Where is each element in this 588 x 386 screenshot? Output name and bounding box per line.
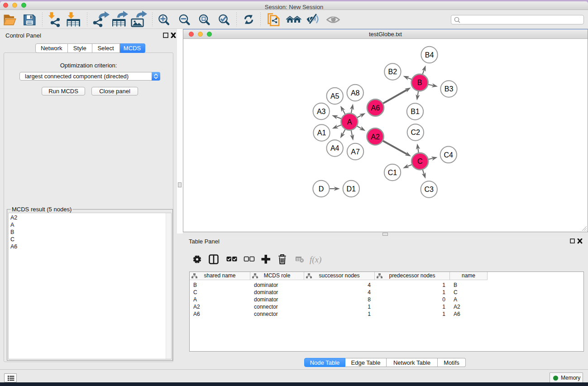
svg-text:A1: A1 bbox=[317, 129, 326, 137]
svg-text:A2: A2 bbox=[371, 133, 380, 141]
svg-text:A4: A4 bbox=[330, 144, 339, 152]
svg-text:A5: A5 bbox=[330, 92, 339, 100]
svg-text:C: C bbox=[417, 157, 423, 165]
svg-text:B3: B3 bbox=[445, 85, 454, 93]
svg-text:A3: A3 bbox=[317, 108, 326, 115]
svg-text:C4: C4 bbox=[444, 151, 454, 159]
svg-text:C1: C1 bbox=[388, 169, 397, 176]
svg-text:B2: B2 bbox=[388, 68, 397, 76]
svg-text:B4: B4 bbox=[425, 51, 434, 59]
svg-text:C3: C3 bbox=[424, 186, 434, 193]
svg-text:A8: A8 bbox=[351, 89, 360, 97]
svg-text:A7: A7 bbox=[351, 148, 360, 156]
svg-text:D1: D1 bbox=[347, 185, 356, 193]
svg-text:B1: B1 bbox=[411, 108, 420, 115]
svg-text:D: D bbox=[319, 185, 324, 193]
svg-text:A: A bbox=[347, 118, 352, 126]
svg-text:f(x): f(x) bbox=[310, 255, 321, 265]
svg-text:C2: C2 bbox=[411, 129, 421, 136]
svg-text:A6: A6 bbox=[371, 104, 380, 112]
svg-text:B: B bbox=[417, 79, 422, 86]
